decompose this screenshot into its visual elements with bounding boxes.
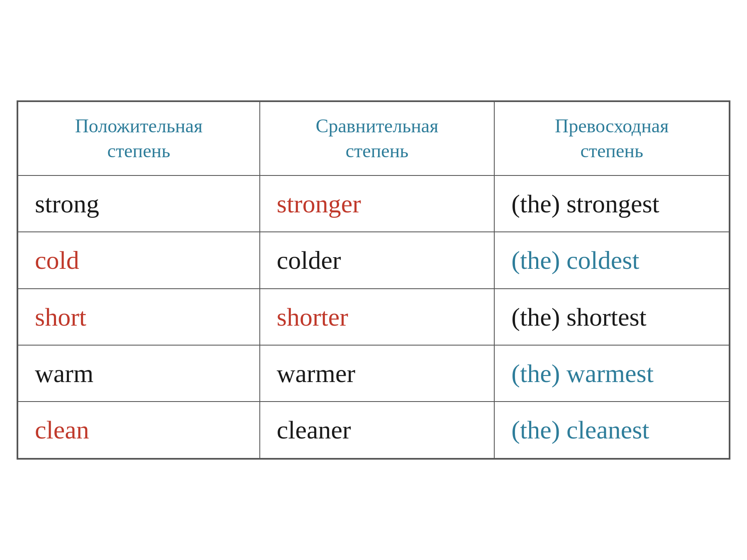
comparison-table-wrapper: Положительная степень Сравнительная степ… bbox=[17, 100, 730, 460]
table-row: cleancleaner(the) cleanest bbox=[18, 402, 729, 458]
cell-superlative-0: (the) strongest bbox=[494, 175, 729, 232]
cell-comparative-4: cleaner bbox=[260, 402, 495, 458]
cell-superlative-4: (the) cleanest bbox=[494, 402, 729, 458]
cell-positive-3: warm bbox=[18, 345, 260, 402]
cell-positive-4: clean bbox=[18, 402, 260, 458]
cell-comparative-1: colder bbox=[260, 232, 495, 288]
table-row: shortshorter(the) shortest bbox=[18, 289, 729, 345]
header-positive-line2: степень bbox=[107, 140, 171, 161]
header-row: Положительная степень Сравнительная степ… bbox=[18, 102, 729, 175]
header-superlative: Превосходная степень bbox=[494, 102, 729, 175]
cell-comparative-2: shorter bbox=[260, 289, 495, 345]
table-row: coldcolder(the) coldest bbox=[18, 232, 729, 288]
header-positive: Положительная степень bbox=[18, 102, 260, 175]
table-row: strongstronger(the) strongest bbox=[18, 175, 729, 232]
table-row: warmwarmer(the) warmest bbox=[18, 345, 729, 402]
cell-comparative-0: stronger bbox=[260, 175, 495, 232]
header-positive-line1: Положительная bbox=[75, 115, 203, 136]
header-comparative: Сравнительная степень bbox=[260, 102, 495, 175]
header-superlative-line1: Превосходная bbox=[555, 115, 669, 136]
header-superlative-line2: степень bbox=[580, 140, 643, 161]
cell-positive-1: cold bbox=[18, 232, 260, 288]
cell-superlative-1: (the) coldest bbox=[494, 232, 729, 288]
cell-positive-0: strong bbox=[18, 175, 260, 232]
cell-comparative-3: warmer bbox=[260, 345, 495, 402]
adjective-comparison-table: Положительная степень Сравнительная степ… bbox=[17, 101, 730, 459]
header-comparative-line1: Сравнительная bbox=[316, 115, 439, 136]
cell-superlative-2: (the) shortest bbox=[494, 289, 729, 345]
cell-positive-2: short bbox=[18, 289, 260, 345]
header-comparative-line2: степень bbox=[346, 140, 409, 161]
cell-superlative-3: (the) warmest bbox=[494, 345, 729, 402]
